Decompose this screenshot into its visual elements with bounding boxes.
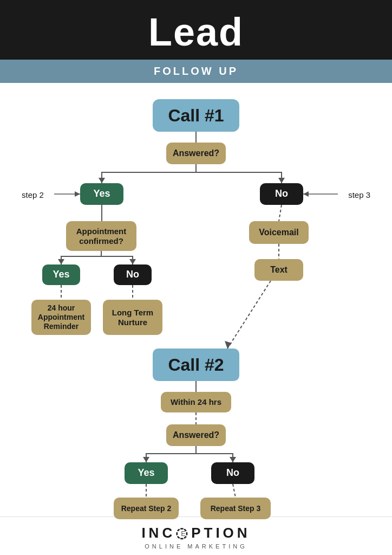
svg-marker-2 (278, 178, 285, 183)
within24-node: Within 24 hrs (161, 392, 231, 412)
call1-node: Call #1 (153, 99, 239, 132)
svg-line-21 (233, 484, 236, 498)
repeat2-node: Repeat Step 2 (114, 498, 179, 519)
header-section: Lead (0, 0, 392, 60)
footer: INC◌EPTION ONLINE MARKETING (0, 517, 392, 555)
page-title: Lead (148, 10, 244, 54)
svg-line-12 (279, 205, 282, 221)
follow-up-bar: FOLLOW UP (0, 60, 392, 83)
long-term-node: Long Term Nurture (103, 300, 162, 335)
svg-marker-19 (230, 457, 236, 462)
yes3-node: Yes (125, 462, 168, 484)
svg-marker-15 (225, 341, 232, 349)
svg-marker-1 (99, 178, 105, 183)
svg-marker-8 (58, 259, 64, 264)
appt-confirmed-node: Appointment confirmed? (66, 221, 136, 251)
repeat3-node: Repeat Step 3 (200, 498, 271, 519)
no3-node: No (211, 462, 254, 484)
footer-logo: INC◌EPTION (0, 525, 392, 541)
footer-sub: ONLINE MARKETING (0, 543, 392, 550)
no2-node: No (114, 264, 152, 285)
svg-marker-9 (129, 259, 136, 264)
svg-marker-18 (143, 457, 149, 462)
step2-label: step 2 (22, 190, 44, 199)
answered1-node: Answered? (166, 143, 226, 164)
yes1-node: Yes (80, 183, 123, 205)
no1-node: No (260, 183, 303, 205)
text-node: Text (254, 259, 303, 281)
yes2-node: Yes (42, 264, 80, 285)
voicemail-node: Voicemail (249, 221, 309, 244)
answered2-node: Answered? (166, 424, 226, 446)
svg-marker-6 (303, 191, 309, 197)
step3-label: step 3 (348, 190, 370, 199)
call2-node: Call #2 (153, 349, 239, 381)
svg-marker-4 (75, 191, 80, 197)
hour24-node: 24 hour Appointment Reminder (31, 300, 91, 335)
svg-line-14 (227, 281, 271, 349)
diagram-area: Call #1 Answered? Yes No step 2 step 3 A… (0, 83, 392, 517)
